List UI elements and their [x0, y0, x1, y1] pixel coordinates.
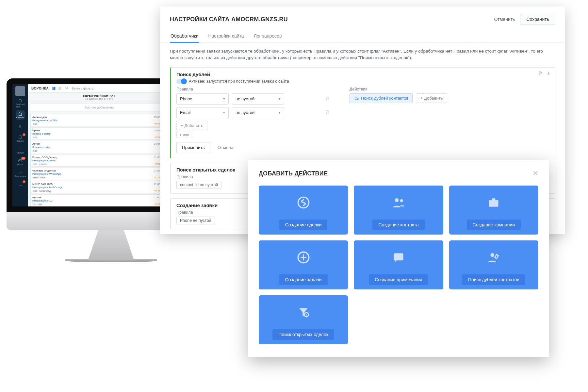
deal-card[interactable]: Фьючерс Индастри21.05.2021 Интеграция с … — [30, 168, 169, 180]
tab-request-log[interactable]: Лог запросов — [253, 31, 283, 42]
avatar[interactable] — [15, 86, 25, 96]
rule-field-select[interactable]: Phone▾ — [176, 93, 229, 105]
svg-rect-7 — [53, 87, 54, 90]
deal-card[interactable]: Руслан21.05.2021 Интеграция с 1С 1csiteН… — [30, 194, 169, 206]
svg-point-12 — [355, 97, 356, 98]
svg-rect-2 — [19, 136, 22, 139]
action-label: Создание задачи — [279, 274, 328, 285]
view-toggle[interactable] — [52, 87, 62, 90]
apply-button[interactable]: Применить — [176, 142, 210, 153]
rule-field-select[interactable]: Email▾ — [176, 107, 229, 118]
svg-rect-3 — [19, 160, 22, 162]
action-icon — [391, 240, 406, 274]
add-or-button[interactable]: +или — [176, 132, 192, 138]
rule-row: Email▾ не пустой▾ — [176, 107, 330, 118]
action-icon — [486, 186, 501, 220]
chevron-down-icon: ▾ — [223, 110, 225, 115]
svg-point-4 — [19, 185, 20, 186]
deal-card[interactable]: МЭЙР ЗАО 786521.05.2021 Интеграция с Мой… — [30, 181, 169, 193]
action-card[interactable]: Создание контакта — [354, 186, 443, 235]
quick-add[interactable]: Быстрое добавление — [30, 104, 169, 111]
nav-buyers[interactable] — [16, 122, 25, 131]
action-icon — [486, 240, 501, 274]
close-icon[interactable]: ✕ — [532, 169, 538, 178]
svg-rect-16 — [489, 200, 498, 207]
action-label: Создание контакта — [372, 220, 424, 230]
tab-site-settings[interactable]: Настройки сайта — [207, 31, 244, 42]
action-card[interactable]: Создание задачи — [259, 240, 348, 289]
svg-point-9 — [66, 87, 68, 89]
move-down-icon[interactable] — [546, 71, 551, 77]
chevron-down-icon: ▾ — [279, 110, 281, 115]
nav-analytics[interactable]: Аналитика — [16, 169, 25, 178]
handler-search-duplicates: Поиск дублей Активен: запустится при пос… — [170, 67, 555, 158]
cancel-rules-button[interactable]: Отмена — [215, 142, 236, 153]
tab-handlers[interactable]: Обработчики — [170, 31, 199, 43]
rule-op-select[interactable]: не пустой▾ — [232, 93, 284, 105]
search-icon[interactable] — [65, 86, 69, 90]
action-label: Создание примечания — [369, 274, 428, 285]
action-icon: $ — [296, 295, 311, 329]
add-rule-button[interactable]: +Добавить — [176, 121, 207, 130]
handler-title: Поиск дублей — [176, 72, 550, 77]
action-chip[interactable]: Поиск дублей контактов — [350, 93, 413, 103]
add-action-button[interactable]: +Добавить — [416, 93, 447, 103]
chevron-down-icon: ▾ — [279, 97, 281, 101]
pipeline-title: ВОРОНКА — [31, 87, 49, 90]
deal-card[interactable]: Александра25.05.2021 Внедрение amoCRM si… — [30, 114, 169, 126]
cancel-button[interactable]: Отменить — [489, 14, 520, 24]
copy-icon[interactable] — [538, 71, 543, 77]
svg-point-20 — [491, 253, 495, 257]
search-input[interactable]: Поиск и фильтр — [72, 87, 93, 90]
action-card[interactable]: $Поиск открытых сделок — [259, 295, 348, 344]
rule-row: Phone▾ не пустой▾ — [176, 93, 330, 105]
svg-point-5 — [20, 185, 21, 186]
action-icon — [391, 186, 406, 220]
svg-rect-10 — [540, 73, 542, 75]
page-title: НАСТРОЙКИ САЙТА AMOCRM.GNZS.RU — [170, 16, 288, 23]
action-label: Создание сделки — [279, 220, 328, 230]
nav-lists[interactable]: Списки — [16, 146, 25, 155]
svg-text:$: $ — [305, 313, 307, 317]
action-card[interactable]: Создание примечания — [354, 240, 443, 289]
rule-op-select[interactable]: не пустой▾ — [232, 107, 284, 118]
action-card[interactable]: Создание сделки — [259, 186, 348, 235]
deal-card[interactable]: Артем24.05.2021 Заявка с сайта site1д ▸ — [30, 141, 169, 153]
svg-point-0 — [19, 99, 22, 102]
svg-point-1 — [20, 125, 21, 127]
active-toggle[interactable] — [176, 79, 186, 84]
action-card[interactable]: Создание компании — [449, 186, 538, 235]
svg-rect-19 — [394, 253, 403, 260]
action-label: Поиск дублей контактов — [462, 274, 525, 285]
nav-desktop[interactable]: Рабочий стол — [16, 99, 25, 108]
svg-point-6 — [21, 185, 22, 186]
tabs: Обработчики Настройки сайта Лог запросов — [160, 28, 565, 43]
rule-tag[interactable]: Phone не пустой — [176, 217, 215, 224]
svg-rect-17 — [492, 198, 496, 200]
chevron-down-icon: ▾ — [223, 97, 225, 101]
add-action-modal: ДОБАВИТЬ ДЕЙСТВИЕ ✕ Создание сделкиСозда… — [248, 160, 549, 357]
crm-sidebar: Рабочий стол Сделки 2Задачи Списки 19Поч… — [12, 84, 28, 206]
rule-tag[interactable]: contact_id не пустой — [176, 181, 221, 189]
svg-point-14 — [395, 198, 399, 202]
description: При поступлении заявки запускаются те об… — [160, 43, 565, 65]
action-card[interactable]: Поиск дублей контактов — [449, 240, 538, 289]
nav-tasks[interactable]: 2Задачи — [16, 134, 25, 143]
nav-more[interactable]: 2 — [16, 181, 25, 190]
deal-card[interactable]: Роман, ООО Делвер21.05.2021 Интеграция К… — [30, 154, 169, 167]
svg-rect-11 — [539, 72, 542, 74]
deal-card[interactable]: Ирина24.05.2021 Заявка с сайта siteНет з… — [30, 127, 169, 140]
action-label: Поиск открытых сделок — [272, 329, 334, 340]
save-button[interactable]: Сохранить — [520, 14, 555, 25]
pipeline-col-primary: ПЕРВИЧНЫЙ КОНТАКТ16 сделок: 165 177 руб … — [28, 93, 171, 206]
action-label: Создание компании — [467, 220, 521, 230]
modal-title: ДОБАВИТЬ ДЕЙСТВИЕ — [259, 170, 328, 177]
trash-icon[interactable] — [325, 109, 330, 116]
nav-mail[interactable]: 19Почта — [16, 157, 25, 167]
svg-point-15 — [400, 199, 403, 203]
svg-rect-8 — [54, 87, 56, 90]
action-icon — [296, 240, 311, 274]
nav-deals[interactable]: Сделки — [16, 110, 25, 120]
trash-icon[interactable] — [325, 96, 330, 102]
action-icon — [296, 186, 311, 220]
